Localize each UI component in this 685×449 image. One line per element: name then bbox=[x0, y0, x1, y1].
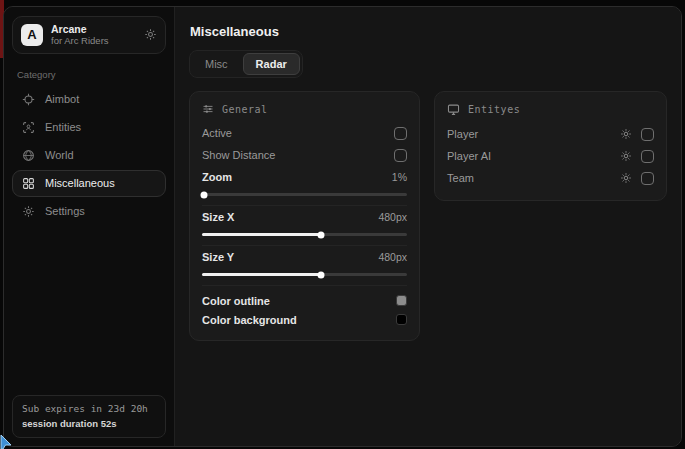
size-y-slider-group: Size Y 480px bbox=[202, 246, 407, 286]
tab-radar[interactable]: Radar bbox=[243, 53, 300, 75]
slider-label-row: Size Y 480px bbox=[202, 247, 407, 267]
color-background-swatch[interactable] bbox=[396, 314, 407, 325]
entity-label: Player bbox=[447, 128, 620, 140]
entities-panel-title: Entityes bbox=[468, 104, 520, 115]
sidebar-item-aimbot[interactable]: Aimbot bbox=[12, 86, 166, 113]
color-label: Color background bbox=[202, 314, 297, 326]
brand-card: A Arcane for Arc Riders bbox=[12, 16, 166, 54]
sidebar-item-label: Entities bbox=[45, 121, 81, 133]
player-checkbox[interactable] bbox=[641, 128, 654, 141]
crosshair-icon bbox=[22, 93, 35, 106]
size-x-slider[interactable] bbox=[202, 233, 407, 236]
gear-icon[interactable] bbox=[620, 128, 632, 140]
gear-icon[interactable] bbox=[620, 172, 632, 184]
app-logo: A bbox=[21, 24, 43, 46]
zoom-slider-group: Zoom 1% bbox=[202, 166, 407, 206]
entity-label: Player AI bbox=[447, 150, 620, 162]
slider-value: 480px bbox=[378, 251, 407, 263]
entity-row-player: Player bbox=[447, 123, 654, 145]
toggle-label: Show Distance bbox=[202, 149, 275, 161]
sidebar-item-label: World bbox=[45, 149, 74, 161]
toggle-label: Active bbox=[202, 127, 232, 139]
tab-misc[interactable]: Misc bbox=[192, 53, 241, 75]
slider-thumb[interactable] bbox=[317, 231, 324, 238]
settings-gear-icon[interactable] bbox=[144, 28, 157, 41]
mouse-cursor bbox=[0, 434, 14, 449]
slider-label-row: Zoom 1% bbox=[202, 167, 407, 187]
size-y-slider[interactable] bbox=[202, 273, 407, 276]
slider-value: 480px bbox=[378, 211, 407, 223]
slider-label-row: Size X 480px bbox=[202, 207, 407, 227]
sidebar-item-label: Aimbot bbox=[45, 93, 79, 105]
app-subtitle: for Arc Riders bbox=[51, 36, 136, 47]
team-checkbox[interactable] bbox=[641, 172, 654, 185]
general-panel-header: General bbox=[202, 103, 407, 115]
sidebar-nav: Aimbot Entities World Miscellaneous Sett… bbox=[12, 86, 166, 226]
slider-label: Size Y bbox=[202, 251, 234, 263]
entity-row-player-ai: Player AI bbox=[447, 145, 654, 167]
sidebar-item-label: Miscellaneous bbox=[45, 177, 115, 189]
slider-thumb[interactable] bbox=[317, 271, 324, 278]
sidebar-item-label: Settings bbox=[45, 205, 85, 217]
app-name: Arcane bbox=[51, 23, 136, 35]
grid-icon bbox=[22, 177, 35, 190]
entity-label: Team bbox=[447, 172, 620, 184]
slider-fill bbox=[202, 233, 321, 236]
scan-icon bbox=[22, 121, 35, 134]
app-window: A Arcane for Arc Riders Category Aimbot … bbox=[3, 6, 682, 447]
color-outline-swatch[interactable] bbox=[396, 295, 407, 306]
color-label: Color outline bbox=[202, 295, 270, 307]
session-duration: session duration 52s bbox=[22, 418, 156, 429]
sidebar-item-settings[interactable]: Settings bbox=[12, 198, 166, 225]
category-label: Category bbox=[17, 69, 161, 80]
general-panel: General Active Show Distance Zoom 1% bbox=[189, 91, 420, 341]
zoom-slider[interactable] bbox=[202, 193, 407, 196]
sidebar-item-miscellaneous[interactable]: Miscellaneous bbox=[12, 170, 166, 197]
sidebar-item-world[interactable]: World bbox=[12, 142, 166, 169]
player-ai-checkbox[interactable] bbox=[641, 150, 654, 163]
color-outline-row: Color outline bbox=[202, 291, 407, 310]
entities-panel: Entityes Player Player AI Team bbox=[434, 91, 667, 201]
gear-icon bbox=[22, 205, 35, 218]
sidebar-item-entities[interactable]: Entities bbox=[12, 114, 166, 141]
page-title: Miscellaneous bbox=[190, 24, 667, 39]
slider-fill bbox=[202, 273, 321, 276]
color-settings: Color outline Color background bbox=[202, 286, 407, 329]
show-distance-checkbox[interactable] bbox=[394, 149, 407, 162]
tab-bar: Misc Radar bbox=[189, 50, 303, 78]
toggle-row-show-distance: Show Distance bbox=[202, 144, 407, 166]
entities-panel-header: Entityes bbox=[447, 103, 654, 116]
active-checkbox[interactable] bbox=[394, 127, 407, 140]
slider-label: Size X bbox=[202, 211, 234, 223]
main-content: Miscellaneous Misc Radar General Active … bbox=[175, 7, 681, 446]
sidebar: A Arcane for Arc Riders Category Aimbot … bbox=[4, 7, 175, 446]
entity-row-team: Team bbox=[447, 167, 654, 189]
panels-row: General Active Show Distance Zoom 1% bbox=[189, 91, 667, 341]
general-panel-title: General bbox=[222, 104, 268, 115]
globe-icon bbox=[22, 149, 35, 162]
color-background-row: Color background bbox=[202, 310, 407, 329]
size-x-slider-group: Size X 480px bbox=[202, 206, 407, 246]
sliders-icon bbox=[202, 103, 214, 115]
brand-text: Arcane for Arc Riders bbox=[51, 23, 136, 47]
slider-label: Zoom bbox=[202, 171, 232, 183]
toggle-row-active: Active bbox=[202, 122, 407, 144]
monitor-icon bbox=[447, 103, 460, 116]
slider-value: 1% bbox=[392, 171, 407, 183]
subscription-box: Sub expires in 23d 20h session duration … bbox=[12, 395, 166, 438]
gear-icon[interactable] bbox=[620, 150, 632, 162]
subscription-expiry: Sub expires in 23d 20h bbox=[22, 403, 156, 414]
slider-thumb[interactable] bbox=[201, 191, 208, 198]
